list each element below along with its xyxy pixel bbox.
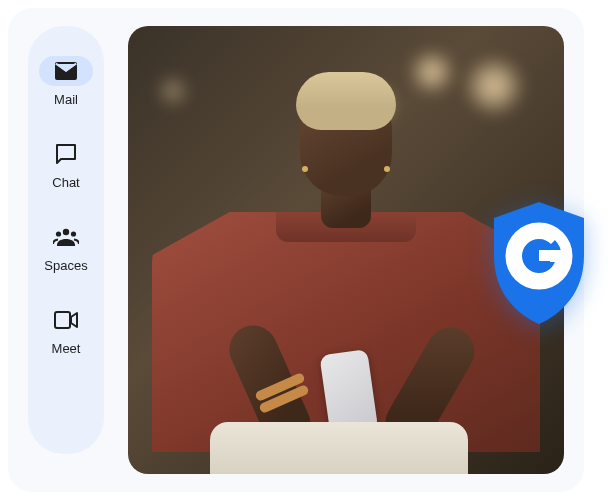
svg-rect-7 xyxy=(539,250,566,261)
svg-point-2 xyxy=(71,231,76,236)
sidebar-item-mail[interactable]: Mail xyxy=(39,56,93,107)
sidebar-item-chat[interactable]: Chat xyxy=(39,139,93,190)
chat-icon xyxy=(55,143,77,165)
sidebar-item-label: Mail xyxy=(54,92,78,107)
mail-icon-pill xyxy=(39,56,93,86)
mail-icon xyxy=(55,62,77,80)
sidebar-item-spaces[interactable]: Spaces xyxy=(39,222,93,273)
sidebar-item-label: Meet xyxy=(52,341,81,356)
sidebar-item-label: Spaces xyxy=(44,258,87,273)
chat-icon-wrap xyxy=(39,139,93,169)
app-sidebar: Mail Chat Spaces xyxy=(28,26,104,454)
sidebar-item-label: Chat xyxy=(52,175,79,190)
svg-point-0 xyxy=(63,229,69,235)
spaces-icon-wrap xyxy=(39,222,93,252)
meet-icon xyxy=(54,311,78,329)
svg-point-1 xyxy=(56,231,61,236)
svg-rect-3 xyxy=(55,312,70,328)
spaces-icon xyxy=(53,227,79,247)
app-card: Mail Chat Spaces xyxy=(8,8,584,492)
sidebar-item-meet[interactable]: Meet xyxy=(39,305,93,356)
google-security-shield-icon xyxy=(484,198,594,328)
meet-icon-wrap xyxy=(39,305,93,335)
